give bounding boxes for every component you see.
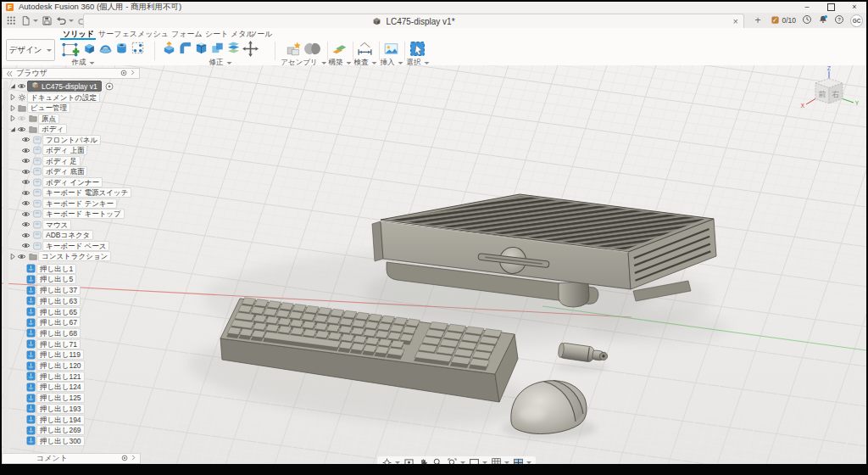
feature-label[interactable]: 押し出し37 (36, 285, 81, 295)
move-icon[interactable] (242, 40, 259, 58)
3d-viewport[interactable]: 前 右 Z X Y (2, 65, 866, 464)
browser-item-label[interactable]: ADBコネクタ (42, 230, 93, 240)
expander-open-icon[interactable] (8, 82, 16, 90)
expander-closed-icon[interactable] (8, 115, 16, 122)
panel-options-icon[interactable] (120, 70, 127, 78)
root-component-label[interactable]: LC475-display v1 (27, 81, 102, 92)
zoom-icon[interactable] (432, 457, 443, 464)
visibility-eye-icon[interactable] (20, 242, 31, 249)
feature-label[interactable]: 押し出し120 (36, 360, 85, 371)
browser-item-label[interactable]: ボディ 上面 (42, 145, 87, 155)
visibility-eye-icon[interactable] (20, 136, 31, 143)
display-settings-icon[interactable] (469, 457, 487, 464)
save-icon[interactable] (42, 15, 53, 26)
viewports-icon[interactable] (513, 457, 531, 464)
feature-label[interactable]: 押し出し1 (36, 264, 76, 274)
app-grid-icon[interactable] (6, 15, 17, 26)
visibility-eye-icon[interactable] (16, 115, 27, 122)
expander-closed-icon[interactable] (8, 253, 16, 260)
select-icon[interactable] (409, 40, 426, 58)
avatar[interactable]: GC (850, 14, 863, 27)
undo-icon[interactable] (56, 15, 74, 26)
browser-item-label[interactable]: キーボード キートップ (42, 209, 125, 219)
feature-label[interactable]: 押し出し65 (36, 307, 81, 317)
visibility-eye-icon[interactable] (16, 82, 27, 90)
measure-icon[interactable] (356, 40, 374, 58)
visibility-eye-icon[interactable] (20, 157, 31, 165)
feature-label[interactable]: 押し出し194 (36, 415, 85, 425)
look-at-icon[interactable] (403, 457, 415, 464)
browser-item-label[interactable]: 原点 (38, 114, 59, 124)
help-icon[interactable]: ? (834, 13, 844, 28)
fit-icon[interactable] (447, 457, 465, 464)
extrude-icon[interactable] (81, 40, 97, 56)
browser-item-label[interactable]: ボディ 底面 (42, 166, 87, 176)
browser-item-label[interactable]: フロントパネル (42, 135, 101, 145)
ribbon-tab-tools[interactable]: ツール (249, 29, 272, 40)
clock-icon[interactable] (802, 13, 812, 28)
press-pull-icon[interactable] (161, 40, 177, 56)
visibility-eye-icon[interactable] (20, 168, 31, 176)
ribbon-tab-sheet-metal[interactable]: シート メタル (205, 29, 254, 40)
insert-image-icon[interactable] (382, 40, 400, 58)
feature-label[interactable]: 押し出し119 (36, 349, 84, 360)
minimize-icon[interactable]: – (795, 2, 819, 13)
browser-item-label[interactable]: キーボード ベース (42, 241, 109, 251)
browser-item-label[interactable]: コンストラクション (38, 251, 111, 261)
construction-plane-icon[interactable] (331, 40, 348, 58)
feature-label[interactable]: 押し出し63 (36, 296, 81, 306)
orbit-icon[interactable] (381, 457, 400, 464)
feature-label[interactable]: 押し出し5 (36, 274, 76, 284)
comments-panel-header[interactable]: コメント (2, 453, 141, 464)
browser-item-label[interactable]: キーボード 電源スイッチ (42, 187, 131, 198)
document-tab[interactable]: LC475-display v1* × (83, 14, 744, 28)
browser-item-label[interactable]: ドキュメントの設定 (27, 92, 100, 103)
job-status-badge[interactable]: 0/10 (771, 15, 796, 26)
ribbon-tab-surface[interactable]: サーフェス (98, 29, 137, 40)
shell-icon[interactable] (193, 40, 209, 56)
visibility-eye-icon[interactable] (16, 126, 27, 133)
activate-component-radio[interactable] (103, 82, 115, 91)
browser-item-label[interactable]: ボディ (38, 124, 67, 134)
combine-icon[interactable] (209, 40, 225, 56)
browser-item-label[interactable]: ボディ 足 (42, 156, 81, 166)
design-workspace-menu[interactable]: デザイン (6, 39, 55, 61)
create-sketch-icon[interactable] (61, 40, 80, 59)
feature-label[interactable]: 押し出し124 (36, 382, 85, 392)
feature-label[interactable]: 押し出し71 (36, 339, 81, 349)
joint-icon[interactable] (303, 40, 321, 58)
comments-expand-icon[interactable] (131, 454, 136, 463)
feature-label[interactable]: 押し出し121 (36, 372, 85, 382)
browser-panel-header[interactable]: ブラウザ (2, 68, 140, 79)
panel-expand-icon[interactable] (130, 69, 136, 78)
visibility-eye-icon[interactable] (16, 253, 27, 260)
pan-icon[interactable] (418, 457, 429, 464)
close-tab-icon[interactable]: × (733, 15, 738, 28)
revolve-icon[interactable] (97, 40, 114, 56)
expander-closed-icon[interactable] (8, 93, 16, 101)
feature-label[interactable]: 押し出し67 (36, 317, 81, 327)
expander-closed-icon[interactable] (8, 104, 16, 112)
fillet-icon[interactable] (177, 40, 193, 56)
hole-icon[interactable] (114, 40, 130, 56)
grid-settings-icon[interactable] (491, 457, 509, 464)
offset-face-icon[interactable] (225, 40, 242, 56)
collapse-panel-icon[interactable] (3, 70, 16, 78)
visibility-eye-icon[interactable] (20, 221, 31, 228)
comments-options-icon[interactable] (121, 455, 128, 463)
feature-label[interactable]: 押し出し300 (36, 436, 85, 446)
notifications-icon[interactable] (818, 13, 828, 28)
visibility-eye-icon[interactable] (20, 189, 31, 197)
expander-open-icon[interactable] (8, 126, 16, 133)
ribbon-tab-form[interactable]: フォーム (171, 29, 203, 40)
visibility-eye-icon[interactable] (20, 232, 31, 239)
browser-item-label[interactable]: ビュー管理 (27, 103, 70, 113)
visibility-eye-icon[interactable] (20, 199, 31, 207)
feature-label[interactable]: 押し出し68 (36, 328, 81, 338)
browser-item-label[interactable]: マウス (42, 220, 71, 230)
visibility-eye-icon[interactable] (20, 178, 31, 186)
maximize-icon[interactable] (819, 2, 843, 13)
visibility-eye-icon[interactable] (20, 147, 31, 154)
browser-item-label[interactable]: キーボード テンキー (42, 198, 117, 209)
viewport-canvas[interactable]: 前 右 Z X Y ブラウザ LC475-display v1ドキュメントの設定… (2, 65, 866, 464)
